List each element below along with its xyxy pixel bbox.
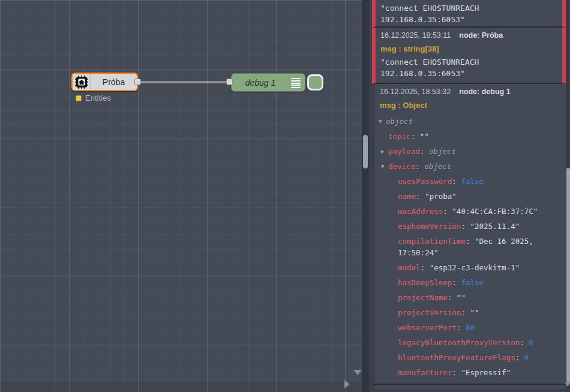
canvas-vscrollbar-track[interactable] [362,0,369,392]
tree-key: webserverPort [398,323,457,332]
tree-colon: : [411,132,420,141]
message-body-line: "connect EHOSTUNREACH [380,2,557,14]
esphome-chip-icon [73,74,91,90]
tree-colon: : [520,338,529,347]
tree-colon: : [416,192,425,201]
tree-colon: : [452,177,461,186]
tree-key: macAddress [398,207,443,216]
tree-row[interactable]: model: "esp32-c3-devkitm-1" [379,260,562,275]
tree-value: 0 [524,353,529,362]
tree-colon: : [466,237,475,246]
sidebar-scrollbar-thumb[interactable] [566,168,570,382]
tree-value: false [461,177,484,186]
tree-value: "esp32-c3-devkitm-1" [430,263,520,272]
tree-key: projectName [398,293,448,302]
tree-value: object [429,147,456,156]
tree-colon: : [461,222,470,231]
tree-row[interactable]: manufacturer: "Espressif" [379,365,562,380]
scroll-down-icon[interactable] [353,370,362,375]
message-body-line: 192.168.0.35:6053" [380,68,557,79]
message-body-line: "connect EHOSTUNREACH [380,56,557,68]
canvas-vscrollbar-thumb[interactable] [363,135,368,168]
tree-row[interactable]: topic: "" [379,129,562,144]
tree-value: "" [457,293,466,302]
tree-key: topic [388,132,411,141]
tree-row[interactable]: webserverPort: 80 [379,320,562,335]
tree-key: device [388,162,415,171]
message-meta: 16.12.2025, 18:53:11node: Próba [376,28,562,40]
tree-colon: : [448,293,457,302]
tree-row[interactable]: legacyBluetoothProxyVersion: 0 [379,335,562,350]
debug-message[interactable]: 16.12.2025, 18:53:11node: Próbamsg : str… [372,28,566,84]
wire[interactable] [0,0,369,392]
debug-enable-toggle[interactable] [307,74,323,91]
expand-toggle-icon[interactable]: ▾ [381,161,385,172]
tree-row[interactable]: hasDeepSleep: false [379,275,562,290]
tree-row[interactable]: bluetoothProxyFeatureFlags: 0 [379,350,562,365]
node-label: Próba [91,77,137,87]
tree-row[interactable]: ▾object [379,114,562,129]
node-proba[interactable]: Próba [71,73,138,91]
tree-row[interactable]: ▸payload: object [379,144,562,159]
tree-row[interactable]: projectName: "" [379,290,562,305]
tree-colon: : [452,368,461,377]
tree-value: "" [420,132,429,141]
tree-value: 80 [466,323,475,332]
debug-sidebar-icon [291,78,301,88]
tree-row[interactable]: name: "proba" [379,189,562,204]
expand-toggle-icon[interactable]: ▸ [381,146,385,157]
tree-colon: : [421,263,430,272]
tree-colon: : [457,323,466,332]
sidebar-scroll-down-icon[interactable] [565,382,570,387]
tree-key: projectVersion [398,308,461,317]
tree-value: 0 [529,338,533,347]
message-timestamp: 16.12.2025, 18:53:11 [380,31,451,40]
tree-row[interactable]: esphomeVersion: "2025.11.4" [379,219,562,234]
status-label: Entities [85,94,111,102]
debug-message[interactable]: 16.12.2025, 18:53:32node: debug 1msg : O… [372,84,566,385]
tree-row[interactable]: usesPassword: false [379,174,562,189]
debug-message-list: "connect EHOSTUNREACH192.168.0.35:6053"1… [372,0,566,389]
message-body-line: 192.168.0.35:6053" [380,14,557,25]
tree-row[interactable]: compilationTime: "Dec 16 2025,17:50:24" [379,234,562,260]
scroll-right-icon[interactable] [344,380,350,388]
message-source-node: node: debug 1 [459,88,510,96]
tree-key: hasDeepSleep [398,278,452,287]
message-property-label[interactable]: msg : Object [375,100,566,110]
tree-value: false [461,278,484,287]
tree-colon: : [443,207,452,216]
tree-row[interactable]: macAddress: "40:4C:CA:FB:37:7C" [379,204,562,219]
node-debug1[interactable]: debug 1 [231,73,305,92]
flow-canvas[interactable]: Próba Entities debug 1 [0,0,369,392]
status-dot-icon [76,95,82,101]
tree-root-type: object [386,117,413,126]
tree-key: name [398,192,416,201]
tree-value: object [424,162,451,171]
debug-message[interactable] [372,385,566,389]
tree-colon: : [515,353,524,362]
json-tree: ▾objecttopic: ""▸payload: object▾device:… [375,113,566,384]
debug-message[interactable]: "connect EHOSTUNREACH192.168.0.35:6053" [372,0,566,28]
tree-key: manufacturer [398,368,452,377]
tree-colon: : [415,162,424,171]
tree-value: "" [470,308,479,317]
canvas-hscrollbar-track[interactable] [0,382,362,392]
tree-value: "2025.11.4" [470,222,520,231]
output-port[interactable] [134,79,141,85]
tree-key: compilationTime [398,237,466,246]
message-meta: 16.12.2025, 18:53:32node: debug 1 [375,84,566,97]
expand-toggle-icon[interactable]: ▾ [379,116,382,127]
message-body: "connect EHOSTUNREACH192.168.0.35:6053" [376,2,562,28]
message-body: "connect EHOSTUNREACH192.168.0.35:6053" [376,56,562,83]
node-status: Entities [76,94,111,102]
tree-row[interactable]: projectVersion: "" [379,305,562,320]
tree-row[interactable]: ▾device: object [379,159,562,174]
node-red-workspace: Próba Entities debug 1 "connect EHOSTUNR… [0,0,570,392]
tree-value: "proba" [425,192,457,201]
tree-colon: : [452,278,461,287]
debug-sidebar: "connect EHOSTUNREACH192.168.0.35:6053"1… [369,0,570,392]
input-port[interactable] [226,79,233,85]
tree-key: esphomeVersion [398,222,461,231]
tree-value: "Espressif" [461,368,511,377]
message-property-label[interactable]: msg : string[38] [376,44,562,54]
